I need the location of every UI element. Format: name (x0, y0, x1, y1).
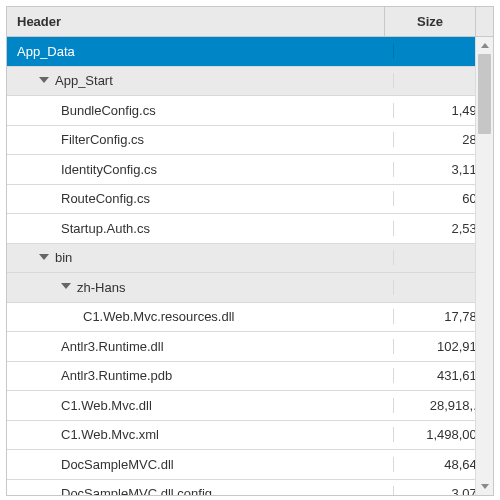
vertical-scrollbar[interactable] (475, 37, 493, 495)
tree-cell: C1.Web.Mvc.resources.dll (7, 309, 394, 324)
row-label: App_Data (17, 44, 75, 59)
row-label: zh-Hans (77, 280, 125, 295)
scroll-down-button[interactable] (476, 478, 493, 495)
scroll-thumb[interactable] (478, 54, 491, 134)
scroll-up-button[interactable] (476, 37, 493, 54)
table-row[interactable]: Startup.Auth.cs2,537 (7, 214, 493, 244)
table-row[interactable]: zh-Hans (7, 273, 493, 303)
row-label: IdentityConfig.cs (61, 162, 157, 177)
table-row[interactable]: RouteConfig.cs605 (7, 185, 493, 215)
table-row[interactable]: IdentityConfig.cs3,113 (7, 155, 493, 185)
scroll-track[interactable] (476, 54, 493, 478)
tree-cell: BundleConfig.cs (7, 103, 394, 118)
tree-cell: IdentityConfig.cs (7, 162, 394, 177)
tree-cell: App_Data (7, 44, 394, 59)
table-row[interactable]: FilterConfig.cs280 (7, 126, 493, 156)
tree-cell: RouteConfig.cs (7, 191, 394, 206)
table-row[interactable]: App_Start (7, 67, 493, 97)
row-label: FilterConfig.cs (61, 132, 144, 147)
column-header-row: Header Size (7, 7, 493, 37)
row-label: C1.Web.Mvc.resources.dll (83, 309, 234, 324)
row-label: Startup.Auth.cs (61, 221, 150, 236)
column-header-header[interactable]: Header (7, 7, 385, 36)
table-row[interactable]: bin (7, 244, 493, 274)
table-row[interactable]: BundleConfig.cs1,491 (7, 96, 493, 126)
chevron-down-icon (481, 484, 489, 489)
collapse-icon[interactable] (61, 283, 71, 289)
grid-body: App_DataApp_StartBundleConfig.cs1,491Fil… (7, 37, 493, 495)
table-row[interactable]: Antlr3.Runtime.dll102,912 (7, 332, 493, 362)
tree-grid: Header Size App_DataApp_StartBundleConfi… (6, 6, 494, 496)
row-label: Antlr3.Runtime.pdb (61, 368, 172, 383)
chevron-up-icon (481, 43, 489, 48)
tree-cell: Antlr3.Runtime.pdb (7, 368, 394, 383)
row-label: BundleConfig.cs (61, 103, 156, 118)
table-row[interactable]: App_Data (7, 37, 493, 67)
tree-cell: Antlr3.Runtime.dll (7, 339, 394, 354)
tree-cell: zh-Hans (7, 280, 394, 295)
row-label: RouteConfig.cs (61, 191, 150, 206)
table-row[interactable]: Antlr3.Runtime.pdb431,616 (7, 362, 493, 392)
tree-cell: Startup.Auth.cs (7, 221, 394, 236)
row-label: C1.Web.Mvc.dll (61, 398, 152, 413)
tree-cell: DocSampleMVC.dll.config (7, 486, 394, 495)
tree-cell: FilterConfig.cs (7, 132, 394, 147)
tree-cell: App_Start (7, 73, 394, 88)
row-label: bin (55, 250, 72, 265)
table-row[interactable]: C1.Web.Mvc.xml1,498,009 (7, 421, 493, 451)
table-row[interactable]: DocSampleMVC.dll.config3,079 (7, 480, 493, 496)
column-header-size[interactable]: Size (385, 7, 476, 36)
table-row[interactable]: DocSampleMVC.dll48,640 (7, 450, 493, 480)
tree-cell: C1.Web.Mvc.dll (7, 398, 394, 413)
row-label: DocSampleMVC.dll (61, 457, 174, 472)
table-row[interactable]: C1.Web.Mvc.resources.dll17,784 (7, 303, 493, 333)
row-label: Antlr3.Runtime.dll (61, 339, 164, 354)
row-label: C1.Web.Mvc.xml (61, 427, 159, 442)
row-label: DocSampleMVC.dll.config (61, 486, 212, 495)
table-row[interactable]: C1.Web.Mvc.dll28,918,... (7, 391, 493, 421)
collapse-icon[interactable] (39, 77, 49, 83)
tree-cell: C1.Web.Mvc.xml (7, 427, 394, 442)
tree-cell: DocSampleMVC.dll (7, 457, 394, 472)
collapse-icon[interactable] (39, 254, 49, 260)
row-label: App_Start (55, 73, 113, 88)
tree-cell: bin (7, 250, 394, 265)
